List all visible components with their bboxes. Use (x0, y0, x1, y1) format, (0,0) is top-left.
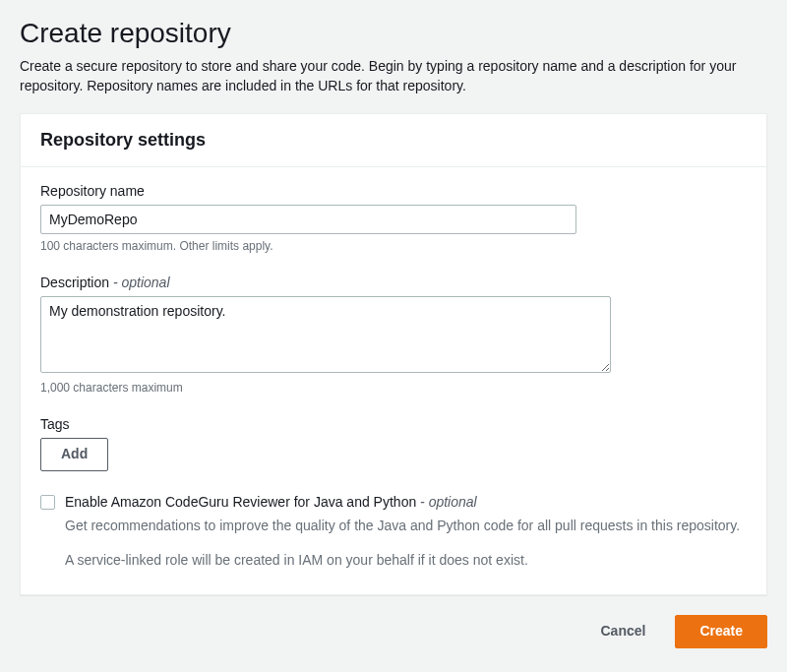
description-optional: - optional (109, 275, 169, 290)
description-textarea[interactable] (40, 296, 611, 373)
description-label-text: Description (40, 275, 109, 290)
description-group: Description - optional 1,000 characters … (40, 275, 747, 395)
repo-name-group: Repository name 100 characters maximum. … (40, 183, 747, 253)
cancel-button[interactable]: Cancel (580, 616, 665, 647)
codeguru-label: Enable Amazon CodeGuru Reviewer for Java… (65, 493, 747, 513)
create-button[interactable]: Create (675, 615, 767, 648)
settings-panel: Repository settings Repository name 100 … (20, 113, 767, 595)
codeguru-optional: - optional (416, 494, 476, 510)
repo-name-label: Repository name (40, 183, 747, 199)
description-hint: 1,000 characters maximum (40, 381, 747, 395)
repo-name-hint: 100 characters maximum. Other limits app… (40, 239, 747, 253)
description-label: Description - optional (40, 275, 747, 290)
codeguru-description: Get recommendations to improve the quali… (65, 516, 747, 536)
codeguru-content: Enable Amazon CodeGuru Reviewer for Java… (65, 493, 747, 572)
panel-body: Repository name 100 characters maximum. … (21, 167, 766, 594)
tags-group: Tags Add (40, 416, 747, 471)
footer-actions: Cancel Create (20, 615, 767, 648)
codeguru-note: A service-linked role will be created in… (65, 550, 747, 571)
codeguru-checkbox[interactable] (40, 495, 55, 510)
page-title: Create repository (20, 18, 767, 49)
page-description: Create a secure repository to store and … (20, 57, 767, 95)
codeguru-row: Enable Amazon CodeGuru Reviewer for Java… (40, 493, 747, 572)
tags-label: Tags (40, 416, 747, 432)
add-tag-button[interactable]: Add (40, 438, 108, 471)
panel-title: Repository settings (40, 130, 747, 151)
codeguru-label-text: Enable Amazon CodeGuru Reviewer for Java… (65, 494, 416, 510)
repo-name-input[interactable] (40, 205, 576, 234)
panel-header: Repository settings (21, 114, 766, 167)
